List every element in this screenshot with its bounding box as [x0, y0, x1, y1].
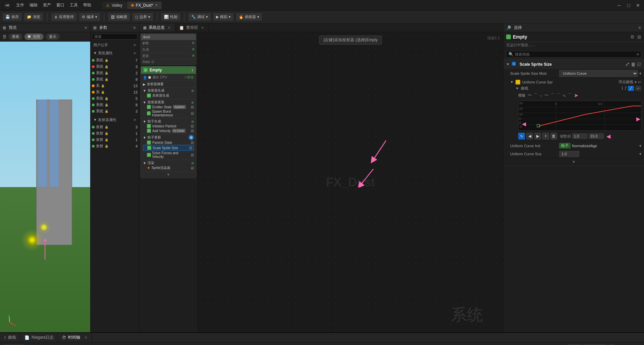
- tab-timeline[interactable]: ⏱ 时间轴 ✕: [58, 333, 92, 342]
- show-button[interactable]: 显示: [46, 34, 60, 40]
- delete-module-icon[interactable]: 🗑: [631, 62, 636, 67]
- performance-button[interactable]: 📊 性能: [161, 13, 180, 21]
- tab-fxdust-label: FX_Dust*: [136, 3, 153, 8]
- simulate-button[interactable]: ▶ 模拟 ▾: [213, 13, 233, 21]
- template-arch-2[interactable]: ⌒: [568, 93, 572, 98]
- maximize-button[interactable]: □: [625, 2, 632, 9]
- particle-spawn-add[interactable]: ⊕: [191, 120, 194, 123]
- tab-valley[interactable]: ⚠ Valley: [102, 2, 126, 9]
- canvas-area[interactable]: (右键)添加发射器 (选择)Empty 缩放1:1 FX_Dust 系统: [198, 32, 503, 332]
- template-arch-1[interactable]: ⌒: [556, 93, 560, 98]
- key-value-1-input[interactable]: [572, 133, 587, 139]
- save-button[interactable]: 💾 保存: [3, 13, 21, 21]
- emitter-summary-header[interactable]: ▶ 发射器摘要: [141, 81, 196, 87]
- render-add[interactable]: ⊕: [191, 161, 194, 165]
- perspective-button[interactable]: 透视: [8, 34, 22, 40]
- template-line-1[interactable]: ⌒: [550, 93, 554, 98]
- bake-button[interactable]: 🔥 烘焙器 ▾: [236, 13, 262, 21]
- minimize-button[interactable]: ─: [616, 2, 623, 9]
- particle-update-header[interactable]: ▼ 粒子更新 ⊕: [143, 135, 194, 140]
- mode-dropdown-icon[interactable]: ▾: [639, 71, 641, 76]
- particle-spawn-header[interactable]: ▼ 粒子生成 ⊕: [143, 119, 194, 124]
- key-value-2-input[interactable]: [589, 133, 604, 139]
- emitter-spawn-header[interactable]: ▼ 发射器生成 ⊕: [143, 88, 194, 93]
- preview-close-button[interactable]: ✕: [84, 25, 88, 30]
- params-close-button[interactable]: ✕: [133, 25, 136, 30]
- emitter-update-header[interactable]: ▼ 发射器更新 ⊕: [143, 100, 194, 105]
- tab-curve[interactable]: ⌇ 曲线: [0, 333, 20, 342]
- kf-delete-button[interactable]: 🗑: [550, 133, 557, 139]
- render-header[interactable]: ▼ 渲染 ⊕: [143, 161, 194, 165]
- mode-select[interactable]: Uniform Curve: [559, 70, 638, 77]
- thumbnail-button[interactable]: 🖼 缩略图: [108, 13, 130, 21]
- template-curve-2[interactable]: ⌣: [540, 93, 542, 98]
- curve-action-export[interactable]: ⤴: [625, 86, 627, 91]
- curve-step-button[interactable]: ⌐: [635, 86, 641, 91]
- pause-button[interactable]: ⏸ 应用暂停: [51, 13, 76, 21]
- tab-scratch-pad[interactable]: 📋 暂存区 ✕: [175, 23, 209, 32]
- expand-icon[interactable]: ⊞: [637, 34, 641, 40]
- kf-prev-button[interactable]: ◀: [526, 133, 533, 139]
- tab-close-icon[interactable]: ✕: [155, 3, 158, 7]
- scratch-pad-close[interactable]: ✕: [201, 25, 204, 30]
- module-enabled-checkbox[interactable]: ☑: [637, 62, 641, 67]
- menu-edit[interactable]: 编辑: [30, 2, 38, 8]
- browse-button[interactable]: 📁 浏览: [24, 13, 43, 21]
- bounds-button[interactable]: ◻ 边界 ▾: [132, 13, 153, 21]
- kf-edit-button[interactable]: ✎: [518, 133, 525, 139]
- particle-update-add[interactable]: ⊕: [189, 135, 194, 140]
- scale-dropdown-icon[interactable]: ▾: [639, 152, 641, 156]
- expand-module-icon[interactable]: ⤢: [625, 61, 630, 67]
- close-button[interactable]: ✕: [635, 2, 641, 9]
- index-dropdown-icon[interactable]: ▾: [639, 143, 641, 148]
- tab-niagara-log[interactable]: 📄 Niagara日志: [20, 333, 58, 342]
- menu-file[interactable]: 文件: [16, 2, 24, 8]
- expand-more-button[interactable]: ▼: [503, 158, 644, 166]
- compile-button[interactable]: ⚙ 编译 ▾: [79, 13, 100, 21]
- dust-generate-add[interactable]: ⊕: [192, 47, 195, 51]
- selection-panel-close[interactable]: ✕: [638, 25, 641, 30]
- curve-action-import[interactable]: ⤵: [621, 86, 623, 91]
- debug-button[interactable]: 🔧 调试 ▾: [189, 13, 211, 21]
- hamburger-icon[interactable]: ☰: [3, 35, 6, 39]
- module-header[interactable]: ▼ S Scale Sprite Size ⤢ 🗑 ☑: [503, 59, 644, 69]
- dust-update-add[interactable]: ⊕: [192, 54, 195, 57]
- curve-dropdown-icon[interactable]: ▾: [635, 80, 637, 84]
- selection-panel-title: 选择: [514, 25, 522, 31]
- curve-reset-icon[interactable]: ↩: [638, 80, 641, 84]
- add-stage-button[interactable]: + 阶段: [184, 75, 194, 80]
- menu-tools[interactable]: 工具: [70, 2, 78, 8]
- scroll-down-button[interactable]: ▼: [141, 171, 196, 178]
- settings-icon[interactable]: ⚙: [630, 34, 635, 40]
- template-curve-1[interactable]: ⌒: [534, 93, 538, 98]
- timeline-tab-close[interactable]: ✕: [84, 335, 88, 340]
- add-user-public-button[interactable]: +: [133, 42, 136, 48]
- scale-sprite-item[interactable]: ✓ Scale Sprite Size ☑: [143, 145, 194, 151]
- menu-window[interactable]: 窗口: [56, 2, 64, 8]
- menu-assets[interactable]: 资产: [43, 2, 51, 8]
- curve-editor-canvas[interactable]: 20 15 10 5 0 -5 0 0.5: [518, 101, 641, 131]
- template-wave-2[interactable]: 〜: [544, 93, 548, 98]
- template-sine-1[interactable]: ∿: [562, 93, 566, 98]
- dust-params-add[interactable]: ⊕: [192, 41, 195, 45]
- template-arrow-right[interactable]: ➤: [574, 92, 578, 99]
- emitter-spawn-add[interactable]: ⊕: [191, 89, 194, 93]
- template-wave-1[interactable]: 〜: [528, 93, 532, 98]
- kf-add-button[interactable]: +: [542, 133, 549, 139]
- viewport[interactable]: ▲ X Z: [0, 42, 90, 332]
- curve-scale-input[interactable]: [559, 151, 579, 157]
- tab-fxdust[interactable]: FX_Dust* ✕: [127, 2, 162, 9]
- add-system-props-button[interactable]: +: [133, 50, 136, 56]
- params-search-input[interactable]: [92, 34, 138, 40]
- kf-next-button[interactable]: ▶: [534, 133, 541, 139]
- lighting-button[interactable]: 光照: [24, 34, 44, 40]
- tab-system-overview[interactable]: ⊞ 系统总览 ✕: [139, 23, 175, 32]
- filter-icon[interactable]: ≡: [637, 52, 639, 57]
- add-emitter-props-button[interactable]: +: [133, 117, 136, 122]
- menu-help[interactable]: 帮助: [83, 2, 91, 8]
- stack-search-input[interactable]: [515, 52, 635, 56]
- emitter-update-add[interactable]: ⊕: [191, 101, 194, 104]
- system-overview-close[interactable]: ✕: [167, 25, 171, 30]
- empty-node-info[interactable]: ℹ: [192, 68, 193, 72]
- curve-linear-button[interactable]: ╱: [628, 86, 634, 91]
